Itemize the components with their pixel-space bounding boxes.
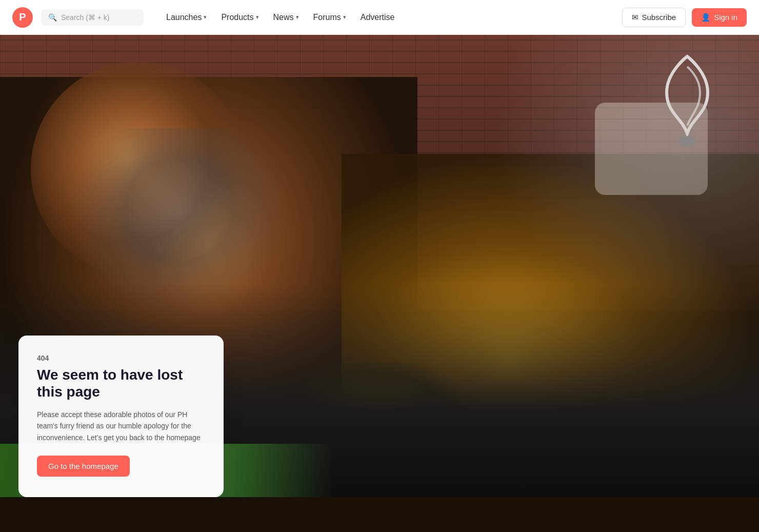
nav-item-forums[interactable]: Forums ▾ — [307, 9, 352, 26]
search-bar[interactable]: 🔍 Search (⌘ + k) — [41, 9, 144, 26]
nav-right: ✉ Subscribe 👤 Sign in — [622, 8, 747, 27]
signin-button[interactable]: 👤 Sign in — [692, 8, 747, 27]
chevron-down-icon: ▾ — [256, 14, 259, 21]
chevron-down-icon: ▾ — [296, 14, 299, 21]
email-icon: ✉ — [632, 13, 638, 22]
user-icon: 👤 — [701, 13, 711, 22]
site-logo[interactable]: P — [12, 7, 33, 28]
error-title: We seem to have lost this page — [37, 366, 205, 401]
subscribe-button[interactable]: ✉ Subscribe — [622, 8, 686, 27]
navbar: P 🔍 Search (⌘ + k) Launches ▾ Products ▾… — [0, 0, 759, 35]
chevron-down-icon: ▾ — [343, 14, 346, 21]
hero-section: 404 We seem to have lost this page Pleas… — [0, 0, 759, 532]
error-code: 404 — [37, 354, 205, 362]
error-card: 404 We seem to have lost this page Pleas… — [18, 336, 224, 497]
chevron-down-icon: ▾ — [204, 14, 207, 21]
go-to-homepage-button[interactable]: Go to the homepage — [37, 456, 130, 477]
nav-item-news[interactable]: News ▾ — [267, 9, 305, 26]
nav-item-advertise[interactable]: Advertise — [354, 9, 401, 26]
search-icon: 🔍 — [48, 13, 57, 22]
search-placeholder: Search (⌘ + k) — [61, 13, 110, 22]
nav-links: Launches ▾ Products ▾ News ▾ Forums ▾ Ad… — [160, 9, 401, 26]
nav-item-launches[interactable]: Launches ▾ — [160, 9, 213, 26]
error-description: Please accept these adorable photos of o… — [37, 409, 205, 443]
nav-item-products[interactable]: Products ▾ — [215, 9, 265, 26]
